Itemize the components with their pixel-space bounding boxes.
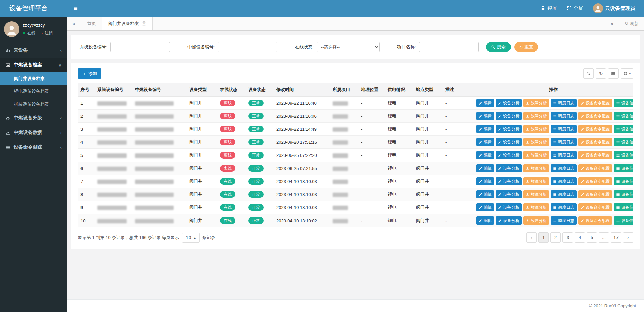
page-size-dropdown[interactable]: 10 ▴: [182, 233, 200, 243]
device-command-config-button[interactable]: 设备命令配置: [578, 112, 612, 120]
device-analysis-button[interactable]: 设备分析: [496, 151, 522, 159]
sidebar-subitem-valve-well-archives[interactable]: 阀门井设备档案: [0, 72, 67, 85]
prev-page-button[interactable]: ‹: [526, 232, 537, 243]
sidebar-item-device-data[interactable]: 中燃设备数据 ‹: [0, 125, 67, 140]
device-command-config-button[interactable]: 设备命令配置: [578, 151, 612, 159]
dispatch-log-button[interactable]: 调度日志: [551, 216, 577, 225]
page-button[interactable]: 1: [538, 232, 549, 243]
device-command-config-button[interactable]: 设备命令配置: [578, 203, 612, 211]
user-menu[interactable]: 云设备管理员: [593, 3, 635, 13]
logout-link[interactable]: → 注销: [40, 30, 53, 36]
device-info-button[interactable]: 设备信息: [614, 138, 633, 146]
sidebar-subitem-assembled-remote-archives[interactable]: 拼装远传设备档案: [0, 98, 67, 111]
fault-analysis-button[interactable]: 故障分析: [523, 190, 549, 198]
device-analysis-button[interactable]: 设备分析: [496, 112, 522, 120]
fault-analysis-button[interactable]: 故障分析: [523, 164, 549, 172]
tab-close-icon[interactable]: ✕: [142, 21, 146, 26]
page-button[interactable]: 4: [575, 232, 585, 243]
project-name-input[interactable]: [419, 42, 479, 52]
search-button[interactable]: 搜索: [486, 42, 511, 52]
fault-analysis-button[interactable]: 故障分析: [523, 125, 549, 133]
lock-screen-button[interactable]: 锁屏: [541, 5, 557, 11]
device-info-button[interactable]: 设备信息: [614, 216, 633, 225]
dispatch-log-button[interactable]: 调度日志: [551, 99, 577, 107]
device-analysis-button[interactable]: 设备分析: [496, 203, 522, 211]
columns-dropdown-button[interactable]: ▾: [621, 68, 633, 79]
dispatch-log-button[interactable]: 调度日志: [551, 190, 577, 198]
page-button[interactable]: 17: [611, 232, 621, 243]
device-info-button[interactable]: 设备信息: [614, 112, 633, 120]
fullscreen-button[interactable]: 全屏: [567, 5, 583, 11]
page-button[interactable]: 5: [587, 232, 597, 243]
edit-button[interactable]: 编辑: [476, 125, 494, 133]
online-status-select[interactable]: --请选择--: [317, 42, 380, 52]
sidebar-subitem-lithium-remote-archives[interactable]: 锂电远传设备档案: [0, 85, 67, 98]
edit-button[interactable]: 编辑: [476, 112, 494, 120]
edit-button[interactable]: 编辑: [476, 177, 494, 185]
device-info-button[interactable]: 设备信息: [614, 99, 633, 107]
refresh-table-button[interactable]: ↻: [596, 68, 606, 79]
edit-button[interactable]: 编辑: [476, 203, 494, 211]
add-button[interactable]: ＋ 添加: [78, 68, 101, 79]
device-info-button[interactable]: 设备信息: [614, 203, 633, 211]
dispatch-log-button[interactable]: 调度日志: [551, 151, 577, 159]
edit-button[interactable]: 编辑: [476, 190, 494, 198]
edit-button[interactable]: 编辑: [476, 151, 494, 159]
fault-analysis-button[interactable]: 故障分析: [523, 99, 549, 107]
device-command-config-button[interactable]: 设备命令配置: [578, 125, 612, 133]
device-info-button[interactable]: 设备信息: [614, 151, 633, 159]
device-command-config-button[interactable]: 设备命令配置: [578, 164, 612, 172]
device-analysis-button[interactable]: 设备分析: [496, 177, 522, 185]
edit-button[interactable]: 编辑: [476, 138, 494, 146]
sidebar-item-device-upgrade[interactable]: 中燃设备升级 ‹: [0, 111, 67, 125]
device-analysis-button[interactable]: 设备分析: [496, 216, 522, 225]
device-analysis-button[interactable]: 设备分析: [496, 125, 522, 133]
edit-button[interactable]: 编辑: [476, 164, 494, 172]
system-device-no-input[interactable]: [110, 42, 170, 52]
dispatch-log-button[interactable]: 调度日志: [551, 203, 577, 211]
device-analysis-label: 设备分析: [503, 166, 519, 171]
tabs-scroll-left-button[interactable]: «: [67, 17, 81, 30]
sidebar-item-command-tracking[interactable]: 设备命令跟踪 ‹: [0, 140, 67, 155]
toggle-search-button[interactable]: [583, 68, 594, 79]
device-command-config-button[interactable]: 设备命令配置: [578, 99, 612, 107]
device-command-config-button[interactable]: 设备命令配置: [578, 177, 612, 185]
fault-analysis-button[interactable]: 故障分析: [523, 203, 549, 211]
device-command-config-button[interactable]: 设备命令配置: [578, 138, 612, 146]
fault-analysis-button[interactable]: 故障分析: [523, 177, 549, 185]
page-button[interactable]: 3: [562, 232, 573, 243]
reset-button[interactable]: ↻ 重置: [514, 42, 538, 52]
card-view-button[interactable]: [608, 68, 619, 79]
device-command-config-button[interactable]: 设备命令配置: [578, 190, 612, 198]
device-info-button[interactable]: 设备信息: [614, 125, 633, 133]
mid-device-no-input[interactable]: [218, 42, 277, 52]
dispatch-log-button[interactable]: 调度日志: [551, 138, 577, 146]
device-info-button[interactable]: 设备信息: [614, 164, 633, 172]
dispatch-log-button[interactable]: 调度日志: [551, 164, 577, 172]
fault-analysis-button[interactable]: 故障分析: [523, 216, 549, 225]
dispatch-log-button[interactable]: 调度日志: [551, 177, 577, 185]
device-analysis-button[interactable]: 设备分析: [496, 164, 522, 172]
sidebar-item-device-archives[interactable]: 中燃设备档案 ∨: [0, 58, 67, 72]
next-page-button[interactable]: ›: [623, 232, 633, 243]
device-analysis-button[interactable]: 设备分析: [496, 99, 522, 107]
device-analysis-button[interactable]: 设备分析: [496, 138, 522, 146]
page-button[interactable]: 2: [550, 232, 561, 243]
tab-refresh-button[interactable]: ↻ 刷新: [619, 17, 644, 30]
sidebar-toggle-button[interactable]: ≡: [74, 5, 78, 12]
tab-home[interactable]: 首页: [81, 17, 102, 30]
device-analysis-button[interactable]: 设备分析: [496, 190, 522, 198]
tab-valve-well-archives[interactable]: 阀门井设备档案 ✕: [102, 17, 153, 30]
fault-analysis-button[interactable]: 故障分析: [523, 151, 549, 159]
dispatch-log-button[interactable]: 调度日志: [551, 125, 577, 133]
device-info-button[interactable]: 设备信息: [614, 177, 633, 185]
tabs-scroll-right-button[interactable]: »: [605, 17, 619, 30]
sidebar-item-cloud-devices[interactable]: 云设备 ‹: [0, 43, 67, 58]
fault-analysis-button[interactable]: 故障分析: [523, 112, 549, 120]
fault-analysis-button[interactable]: 故障分析: [523, 138, 549, 146]
device-command-config-button[interactable]: 设备命令配置: [578, 216, 612, 225]
dispatch-log-button[interactable]: 调度日志: [551, 112, 577, 120]
edit-button[interactable]: 编辑: [476, 99, 494, 107]
edit-button[interactable]: 编辑: [476, 216, 494, 225]
device-info-button[interactable]: 设备信息: [614, 190, 633, 198]
